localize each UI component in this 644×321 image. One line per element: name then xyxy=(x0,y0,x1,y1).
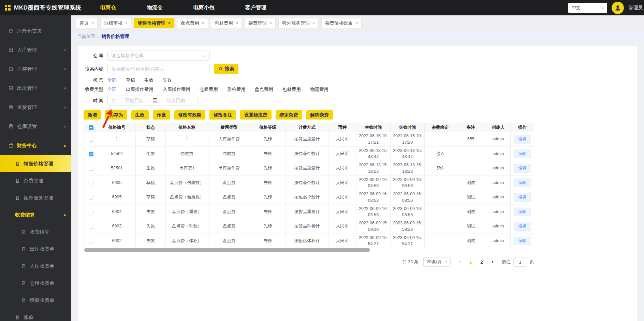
tab-close-icon[interactable]: × xyxy=(91,21,94,26)
tab-0[interactable]: 首页× xyxy=(76,18,98,28)
tab-4[interactable]: 包材费用× xyxy=(211,18,242,28)
sidebar-item-12[interactable]: 出库收费单 xyxy=(0,240,71,257)
prev-page-button[interactable]: ‹ xyxy=(455,257,464,267)
sidebar-item-8[interactable]: 杂费管理 xyxy=(0,172,71,189)
username-label[interactable]: 管理员 xyxy=(628,5,643,11)
topnav-menu-item-1[interactable]: 物流仓 xyxy=(147,4,163,11)
table-row-0: 1草稿1入库操作费先锋按货品重量计人民币2022-06-15 10:17:212… xyxy=(84,132,535,147)
edit-button[interactable]: 编辑 xyxy=(514,179,531,187)
scrollbar-thumb[interactable] xyxy=(84,248,370,252)
row-checkbox[interactable] xyxy=(89,152,93,156)
status-option-2[interactable]: 生效 xyxy=(144,77,153,83)
action-button-7[interactable]: 绑定杂费 xyxy=(276,110,302,120)
action-button-2[interactable]: 生效 xyxy=(131,110,149,120)
next-page-button[interactable]: › xyxy=(488,257,497,267)
sidebar-item-9[interactable]: 额外服务管理 xyxy=(0,189,71,206)
edit-button[interactable]: 编辑 xyxy=(514,222,531,231)
row-checkbox[interactable] xyxy=(89,195,93,200)
sidebar-item-10[interactable]: 收费结算∧ xyxy=(0,206,71,223)
edit-button[interactable]: 编辑 xyxy=(514,237,531,245)
action-button-5[interactable]: 修改备注 xyxy=(209,110,236,120)
action-button-3[interactable]: 作废 xyxy=(153,110,170,120)
cell: 盘点费（种数） xyxy=(166,219,208,234)
action-button-8[interactable]: 解绑杂费 xyxy=(306,110,333,120)
row-checkbox[interactable] xyxy=(89,166,93,171)
sidebar-item-label: 入库收费单 xyxy=(30,263,55,269)
sidebar-item-13[interactable]: 入库收费单 xyxy=(0,257,71,275)
language-select[interactable]: 中文 ∨ xyxy=(568,3,607,13)
tab-close-icon[interactable]: × xyxy=(312,21,315,26)
start-date-placeholder[interactable]: 开始日期 xyxy=(116,98,153,104)
cell xyxy=(425,219,456,234)
feetype-option-1[interactable]: 出库操作费用 xyxy=(126,86,153,93)
tab-close-icon[interactable]: × xyxy=(355,21,358,26)
action-button-1[interactable]: 另存为 xyxy=(105,110,127,120)
edit-button[interactable]: 编辑 xyxy=(514,135,531,143)
feetype-option-3[interactable]: 仓租费用 xyxy=(200,86,218,93)
sidebar-item-11[interactable]: 收费结算 xyxy=(0,223,71,240)
edit-button[interactable]: 编辑 xyxy=(514,150,531,158)
action-button-0[interactable]: 新增 xyxy=(84,110,101,120)
row-checkbox[interactable] xyxy=(89,210,93,214)
row-checkbox[interactable] xyxy=(89,224,93,229)
sidebar-item-5[interactable]: 仓库设置∨ xyxy=(0,117,71,136)
edit-button[interactable]: 编辑 xyxy=(514,164,531,172)
goto-page-input[interactable] xyxy=(513,257,527,267)
end-date-placeholder[interactable]: 结束日期 xyxy=(157,98,194,104)
feetype-option-5[interactable]: 盘点费用 xyxy=(255,86,273,93)
status-option-0[interactable]: 全部 xyxy=(107,77,117,83)
avatar[interactable] xyxy=(612,2,624,14)
tab-3[interactable]: 盘点费用× xyxy=(177,18,208,28)
status-option-3[interactable]: 失效 xyxy=(163,77,172,83)
date-separator: 至 xyxy=(153,98,158,104)
search-button[interactable]: 搜索 xyxy=(214,64,238,74)
topnav-menu-item-2[interactable]: 电商小包 xyxy=(193,4,215,11)
sidebar-item-6[interactable]: 财务中心∧ xyxy=(0,136,71,155)
page-button-1[interactable]: 1 xyxy=(466,257,475,267)
sidebar-item-16[interactable]: 账单 xyxy=(0,309,71,321)
feetype-option-0[interactable]: 全部 xyxy=(107,86,117,93)
select-all-checkbox[interactable] xyxy=(89,125,93,130)
tab-close-icon[interactable]: × xyxy=(269,21,272,26)
status-option-1[interactable]: 草稿 xyxy=(126,77,135,83)
sidebar-item-15[interactable]: 增值收费单 xyxy=(0,292,71,309)
sidebar-item-7[interactable]: 销售价格管理 xyxy=(0,155,71,172)
feetype-option-2[interactable]: 入库操作费用 xyxy=(163,86,190,93)
tab-close-icon[interactable]: × xyxy=(125,21,128,26)
edit-button[interactable]: 编辑 xyxy=(514,193,531,201)
sidebar-item-14[interactable]: 仓租收费单 xyxy=(0,275,71,292)
row-checkbox[interactable] xyxy=(89,181,93,185)
tab-1[interactable]: 业绩审核× xyxy=(100,18,131,28)
tab-close-icon[interactable]: × xyxy=(168,21,171,26)
feetype-option-6[interactable]: 包材费用 xyxy=(282,86,301,93)
cell: 盘点费（包裹数） xyxy=(166,176,208,190)
action-button-4[interactable]: 修改有效期 xyxy=(174,110,206,120)
row-checkbox[interactable] xyxy=(89,239,93,243)
apps-grid-icon[interactable] xyxy=(5,5,11,11)
page-size-select[interactable]: 20条/页 ∨ xyxy=(423,257,451,267)
tab-2[interactable]: 销售价格管理× xyxy=(134,18,174,28)
date-range-picker[interactable]: 开始日期 至 结束日期 xyxy=(107,96,198,106)
sidebar-item-4[interactable]: 退货管理∨ xyxy=(0,98,71,117)
row-checkbox[interactable] xyxy=(89,137,93,142)
topnav-menu-item-0[interactable]: 电商仓 xyxy=(100,4,116,11)
tab-close-icon[interactable]: × xyxy=(202,21,204,26)
tab-7[interactable]: 杂费价格设置× xyxy=(321,18,362,28)
feetype-option-4[interactable]: 质检费用 xyxy=(227,86,246,93)
edit-button[interactable]: 编辑 xyxy=(514,208,531,216)
tab-close-icon[interactable]: × xyxy=(236,21,238,26)
sidebar-item-3[interactable]: 出库管理∨ xyxy=(0,79,71,98)
sidebar-item-0[interactable]: 海外仓首页 xyxy=(0,21,71,40)
search-input[interactable] xyxy=(107,64,210,74)
feetype-option-7[interactable]: 物流费用 xyxy=(310,86,328,93)
sidebar-item-2[interactable]: 库存管理∨ xyxy=(0,59,71,79)
tab-6[interactable]: 额外服务管理× xyxy=(278,18,319,28)
cell: 2023-06-13 15:48:47 xyxy=(391,146,425,161)
tab-5[interactable]: 杂费管理× xyxy=(245,18,276,28)
warehouse-select[interactable]: 请选择签收仓库 ∨ xyxy=(107,51,210,61)
cell: 先锋 xyxy=(250,132,286,147)
page-button-2[interactable]: 2 xyxy=(477,257,486,267)
sidebar-item-1[interactable]: 入库管理∨ xyxy=(0,40,71,59)
topnav-menu-item-3[interactable]: 客户管理 xyxy=(245,4,266,11)
action-button-6[interactable]: 设置物流费 xyxy=(240,110,272,120)
